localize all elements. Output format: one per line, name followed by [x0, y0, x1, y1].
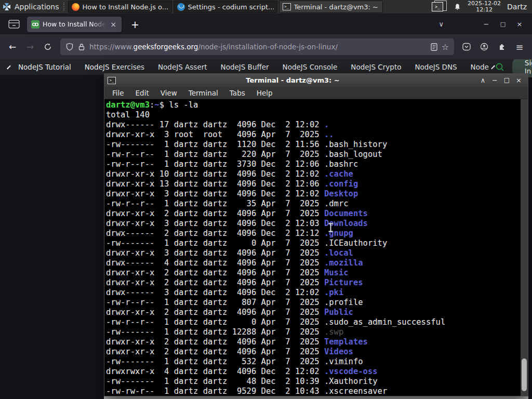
- tab-title: How to Install Node.js on: [43, 20, 106, 28]
- terminal-titlebar[interactable]: >_ Terminal - dartz@vm3: ~ ∧ − □ ×: [104, 74, 528, 87]
- terminal-close-button[interactable]: ×: [513, 76, 525, 84]
- firefox-view-button[interactable]: [8, 20, 20, 29]
- reader-mode-icon[interactable]: [431, 43, 437, 51]
- taskbar: How to Install Node.js o...Settings - co…: [68, 0, 383, 14]
- taskbar-button-codium[interactable]: Settings - codium script...: [174, 1, 277, 13]
- firefox-tab-bar: How to Install Node.js on × + ∨ − □ ×: [0, 14, 532, 34]
- reload-icon: [44, 43, 52, 51]
- terminal-scrollbar[interactable]: [521, 99, 528, 396]
- terminal-line: drwxr-xr-x 2 dartz dartz 4096 Apr 7 2025…: [106, 337, 445, 347]
- terminal-line: -rw-r--r-- 1 dartz dartz 35 Apr 7 2025 .…: [106, 199, 445, 209]
- xfce-panel: Applications How to Install Node.js o...…: [0, 0, 532, 14]
- applications-menu-label: Applications: [15, 3, 59, 11]
- bookmark-star-icon[interactable]: ☆: [442, 42, 449, 52]
- site-nav-links: NodeJS TutorialNodeJS ExercisesNodeJS As…: [11, 63, 496, 71]
- site-search-button[interactable]: [495, 62, 505, 72]
- pocket-button[interactable]: [458, 38, 475, 55]
- webpage-bottom-edge: [104, 396, 528, 399]
- terminal-scrollbar-thumb[interactable]: [522, 358, 527, 391]
- terminal-line: drwxr-xr-x 2 dartz dartz 4096 Apr 7 2025…: [106, 347, 445, 357]
- ibeam-cursor: [328, 223, 334, 234]
- nav-link-nodejs-console[interactable]: NodeJS Console: [283, 63, 338, 71]
- lock-icon[interactable]: [78, 43, 85, 51]
- terminal-minimize-button[interactable]: −: [489, 76, 501, 84]
- terminal-menubar: FileEditViewTerminalTabsHelp: [104, 87, 528, 99]
- terminal-line: drwxr-xr-x 2 dartz dartz 4096 Apr 7 2025…: [106, 209, 445, 219]
- account-button[interactable]: [476, 38, 493, 55]
- terminal-line: drwxr-xr-x 2 dartz dartz 4096 Apr 7 2025…: [106, 268, 445, 278]
- nav-link-nodejs-assert[interactable]: NodeJS Assert: [158, 63, 207, 71]
- extensions-button[interactable]: [494, 38, 510, 55]
- nav-link-nodejs-dns[interactable]: NodeJS DNS: [415, 63, 457, 71]
- terminal-window-title: Terminal - dartz@vm3: ~: [104, 76, 481, 84]
- browser-close-button[interactable]: ×: [511, 20, 528, 28]
- nav-link-nodejs-crypto[interactable]: NodeJS Crypto: [351, 63, 401, 71]
- terminal-menu-terminal[interactable]: Terminal: [183, 89, 224, 97]
- terminal-menu-tabs[interactable]: Tabs: [224, 89, 251, 97]
- terminal-content[interactable]: dartz@vm3:~$ ls -latotal 140drwx------ 1…: [104, 99, 528, 396]
- tab-close-button[interactable]: ×: [109, 20, 117, 29]
- applications-menu-button[interactable]: Applications: [0, 0, 62, 14]
- nav-link-nodejs-buffer[interactable]: NodeJS Buffer: [221, 63, 269, 71]
- terminal-line: -rw------- 1 dartz dartz 532 Apr 7 2025 …: [106, 357, 445, 367]
- nav-scroll-left-icon[interactable]: [7, 65, 11, 69]
- terminal-line: drwxr-xr-x 10 dartz dartz 4096 Dec 2 12:…: [106, 169, 445, 179]
- panel-user-menu[interactable]: Dartz: [507, 3, 527, 11]
- geeksforgeeks-favicon: [31, 20, 39, 29]
- terminal-icon: >_: [432, 2, 443, 11]
- browser-maximize-button[interactable]: □: [495, 21, 511, 28]
- terminal-line: -rw------- 1 dartz dartz 0 Apr 7 2025 .I…: [106, 238, 445, 248]
- nav-link-nodejs-tutorial[interactable]: NodeJS Tutorial: [18, 63, 71, 71]
- url-text: https://www.geeksforgeeks.org/node-js/in…: [89, 43, 338, 51]
- system-tray: >_ 2025-12-02 12:12 Dartz: [431, 1, 532, 13]
- terminal-line: drwxr-xr-x 2 dartz dartz 4096 Apr 7 2025…: [106, 308, 445, 317]
- codium-icon: [177, 3, 185, 11]
- url-path: /node-js/installation-of-node-js-on-linu…: [198, 43, 338, 51]
- terminal-line: total 140: [106, 110, 445, 120]
- terminal-shade-button[interactable]: ∧: [477, 76, 489, 84]
- terminal-line: -rw-r--r-- 1 dartz dartz 0 Apr 7 2025 .s…: [106, 317, 445, 327]
- terminal-menu-file[interactable]: File: [107, 89, 130, 97]
- terminal-line: drwxr-xr-x 3 dartz dartz 4096 Dec 2 12:0…: [106, 219, 445, 229]
- forward-button[interactable]: →: [22, 38, 38, 55]
- terminal-maximize-button[interactable]: □: [501, 76, 513, 84]
- terminal-line: dartz@vm3:~$ ls -la: [106, 100, 445, 110]
- account-icon: [480, 43, 488, 51]
- browser-minimize-button[interactable]: −: [478, 20, 495, 28]
- terminal-line: -rw-r--r-- 1 dartz dartz 220 Apr 7 2025 …: [106, 150, 445, 159]
- terminal-line: -rw------- 1 dartz dartz 12288 Apr 7 202…: [106, 327, 445, 337]
- tray-terminal-icon[interactable]: >_: [431, 1, 447, 13]
- terminal-line: -rw-r--r-- 1 dartz dartz 807 Apr 7 2025 …: [106, 298, 445, 308]
- list-all-tabs-button[interactable]: ∨: [434, 20, 448, 28]
- terminal-line: drwx------ 4 dartz dartz 4096 Apr 7 2025…: [106, 258, 445, 268]
- back-button[interactable]: ←: [4, 38, 21, 55]
- terminal-line: drwxr-xr-x 3 dartz dartz 4096 Dec 2 12:0…: [106, 189, 445, 199]
- terminal-line: -rw------- 1 dartz dartz 48 Dec 2 10:39 …: [106, 377, 445, 387]
- clock-time: 12:12: [468, 7, 501, 13]
- browser-tab[interactable]: How to Install Node.js on ×: [27, 17, 122, 32]
- terminal-line: drwxr-xr-x 13 dartz dartz 4096 Dec 2 12:…: [106, 179, 445, 189]
- tracking-protection-shield-icon[interactable]: [65, 43, 74, 51]
- nav-link-node[interactable]: Node: [471, 63, 489, 71]
- taskbar-button-firefox[interactable]: How to Install Node.js o...: [68, 1, 172, 13]
- terminal-menu-help[interactable]: Help: [251, 89, 278, 97]
- terminal-line: drwxr-xr-x 3 dartz dartz 4096 Apr 7 2025…: [106, 248, 445, 258]
- menu-button[interactable]: ≡: [511, 38, 528, 55]
- panel-clock[interactable]: 2025-12-02 12:12: [468, 1, 501, 13]
- firefox-icon: [72, 3, 79, 11]
- terminal-line: drwxr-xr-x 2 dartz dartz 4096 Apr 7 2025…: [106, 278, 445, 288]
- terminal-line: drwx------ 17 dartz dartz 4096 Dec 2 12:…: [106, 120, 445, 130]
- url-domain: geeksforgeeks.org: [134, 43, 198, 51]
- terminal-menu-view[interactable]: View: [155, 89, 183, 97]
- url-bar[interactable]: https://www.geeksforgeeks.org/node-js/in…: [60, 38, 454, 55]
- pocket-icon: [462, 43, 471, 51]
- notification-bell-icon[interactable]: [454, 3, 461, 11]
- taskbar-button-terminal[interactable]: >_Terminal - dartz@vm3: ~: [279, 1, 383, 13]
- terminal-line: -rw-r--r-- 1 dartz dartz 3730 Dec 2 12:0…: [106, 159, 445, 169]
- terminal-window: >_ Terminal - dartz@vm3: ~ ∧ − □ × FileE…: [104, 73, 528, 396]
- new-tab-button[interactable]: +: [128, 19, 142, 30]
- panel-separator: [63, 3, 65, 11]
- nav-link-nodejs-exercises[interactable]: NodeJS Exercises: [85, 63, 144, 71]
- terminal-menu-edit[interactable]: Edit: [130, 89, 155, 97]
- reload-button[interactable]: [39, 38, 56, 55]
